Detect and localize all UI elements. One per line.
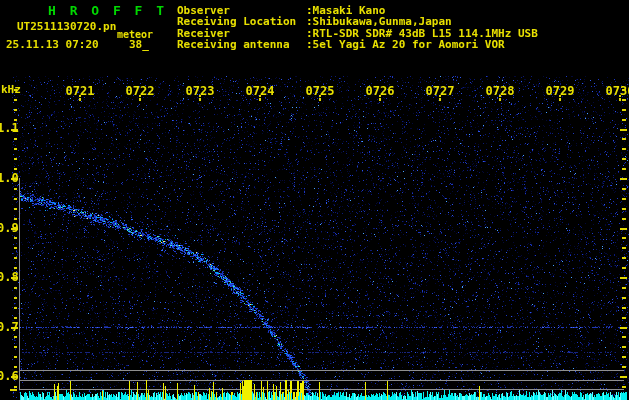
sequence-counter: 38_ <box>129 39 149 51</box>
time-axis-label: 0722 <box>124 84 156 98</box>
time-axis-label: 0730 <box>604 84 629 98</box>
freq-axis-label: 0.7 <box>0 320 17 334</box>
spectrogram-canvas <box>0 0 629 400</box>
time-axis-label: 0725 <box>304 84 336 98</box>
time-axis-label: 0724 <box>244 84 276 98</box>
time-axis-label: 0728 <box>484 84 516 98</box>
freq-axis-label: 1.1 <box>0 121 17 135</box>
app-title: H R O F F T <box>48 3 167 18</box>
time-axis-label: 0721 <box>64 84 96 98</box>
hrofft-window: H R O F F T UT2511130720.pn meteor 25.11… <box>0 0 629 400</box>
time-axis-label: 0729 <box>544 84 576 98</box>
field-value: :5el Yagi Az 20 for Aomori VOR <box>306 39 505 51</box>
freq-axis-label: 0.6 <box>0 369 17 383</box>
freq-axis-label: 1.0 <box>0 171 17 185</box>
filename-label: UT2511130720.pn <box>17 21 116 33</box>
time-axis-label: 0727 <box>424 84 456 98</box>
datetime-label: 25.11.13 07:20 <box>6 39 99 51</box>
freq-axis-label: 0.8 <box>0 270 17 284</box>
field-label: Receiving antenna <box>177 39 290 51</box>
khz-unit-label: kHz <box>1 84 21 96</box>
time-axis-label: 0723 <box>184 84 216 98</box>
time-axis-label: 0726 <box>364 84 396 98</box>
freq-axis-label: 0.9 <box>0 221 17 235</box>
